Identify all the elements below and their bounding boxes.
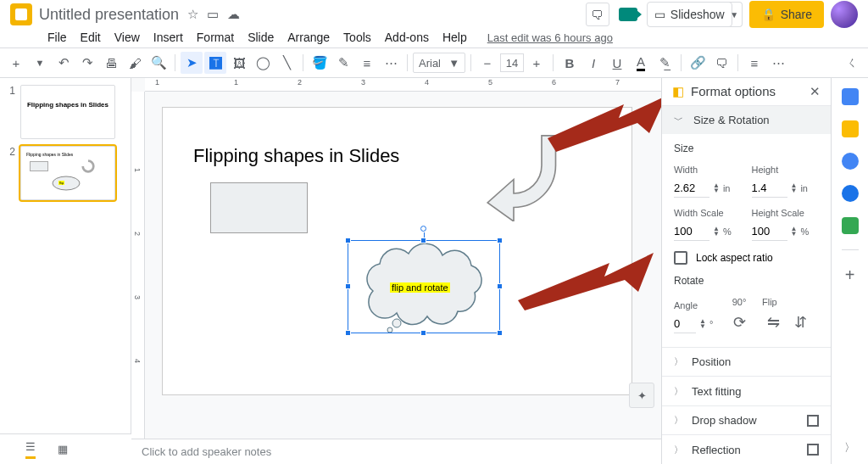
resize-handle[interactable]	[420, 330, 426, 336]
reflection-checkbox[interactable]	[807, 444, 819, 456]
slideshow-button[interactable]: ▭ Slideshow	[647, 2, 732, 27]
position-section[interactable]: 〉 Position	[662, 347, 831, 377]
width-scale-input[interactable]	[674, 222, 709, 241]
highlight-color-button[interactable]: ✎̲	[654, 52, 676, 74]
speaker-notes[interactable]: Click to add speaker notes	[131, 439, 661, 464]
resize-handle[interactable]	[497, 283, 503, 289]
paint-format-button[interactable]: 🖌	[124, 52, 146, 74]
menu-addons[interactable]: Add-ons	[378, 27, 436, 48]
share-button[interactable]: 🔒 Share	[749, 1, 824, 28]
height-scale-input[interactable]	[752, 222, 787, 241]
menu-arrange[interactable]: Arrange	[281, 27, 337, 48]
border-weight-button[interactable]: ≡	[356, 52, 378, 74]
slide-thumb-1[interactable]: Flipping shapes in Slides	[20, 85, 115, 139]
add-addon-button[interactable]: +	[845, 266, 855, 285]
height-stepper[interactable]: ▲▼	[791, 183, 798, 193]
undo-button[interactable]: ↶	[53, 52, 75, 74]
menu-file[interactable]: File	[41, 27, 74, 48]
text-fitting-section[interactable]: 〉 Text fitting	[662, 376, 831, 405]
bold-button[interactable]: B	[559, 52, 581, 74]
lock-aspect-ratio-checkbox[interactable]	[674, 251, 687, 265]
new-slide-button[interactable]: +	[5, 52, 27, 74]
add-comment-button[interactable]: 🗨	[710, 52, 732, 74]
insert-link-button[interactable]: 🔗	[687, 52, 709, 74]
maps-addon-icon[interactable]	[842, 217, 859, 234]
flip-vertical-button[interactable]: ⇵	[789, 311, 811, 333]
doc-name[interactable]: Untitled presentation	[39, 6, 179, 24]
cloud-icon[interactable]: ☁	[227, 7, 240, 22]
contacts-addon-icon[interactable]	[842, 185, 859, 202]
menu-edit[interactable]: Edit	[74, 27, 108, 48]
last-edit-link[interactable]: Last edit was 6 hours ago	[481, 28, 620, 48]
border-dash-button[interactable]: ⋯	[380, 52, 402, 74]
account-avatar[interactable]	[831, 1, 858, 28]
decrease-font-size[interactable]: −	[476, 52, 498, 74]
shape-tool[interactable]: ◯	[252, 52, 274, 74]
resize-handle[interactable]	[345, 238, 351, 243]
line-tool[interactable]: ╲	[275, 52, 298, 74]
slides-logo[interactable]	[10, 3, 32, 25]
slideshow-dropdown[interactable]: ▼	[727, 2, 743, 27]
align-button[interactable]: ≡	[743, 52, 765, 74]
height-input[interactable]	[752, 179, 787, 198]
close-panel-button[interactable]: ✕	[810, 84, 821, 99]
filmstrip-view-icon[interactable]: ☰	[25, 440, 36, 459]
hide-side-panel-button[interactable]: 〉	[844, 440, 855, 456]
more-button[interactable]: ⋯	[767, 52, 789, 74]
menu-view[interactable]: View	[108, 27, 147, 48]
slide-thumb-2[interactable]: Flipping shapes in Slides flip	[20, 146, 115, 200]
textbox-tool[interactable]: 🆃	[204, 52, 226, 74]
drop-shadow-checkbox[interactable]	[807, 415, 819, 427]
menu-insert[interactable]: Insert	[147, 27, 190, 48]
slide-title-text[interactable]: Flipping shapes in Slides	[193, 145, 399, 167]
font-size-input[interactable]: 14	[500, 53, 524, 72]
size-rotation-section[interactable]: ﹀ Size & Rotation	[662, 106, 831, 134]
star-icon[interactable]: ☆	[187, 7, 198, 22]
select-tool[interactable]: ➤	[181, 52, 203, 74]
resize-handle[interactable]	[345, 330, 351, 336]
rotate-90-button[interactable]: ⟳	[728, 311, 750, 333]
width-stepper[interactable]: ▲▼	[713, 183, 720, 193]
explore-button[interactable]: ✦	[629, 383, 654, 408]
width-input[interactable]	[674, 179, 709, 198]
menu-help[interactable]: Help	[436, 27, 474, 48]
resize-handle[interactable]	[497, 238, 503, 243]
drop-shadow-section[interactable]: 〉 Drop shadow	[662, 405, 831, 435]
fill-color-button[interactable]: 🪣	[309, 52, 331, 74]
new-slide-dropdown[interactable]: ▼	[29, 52, 51, 74]
rotate-handle[interactable]	[420, 226, 426, 232]
resize-handle[interactable]	[420, 238, 426, 243]
move-icon[interactable]: ▭	[207, 7, 219, 22]
tasks-addon-icon[interactable]	[842, 153, 859, 170]
menu-format[interactable]: Format	[190, 27, 241, 48]
angle-input[interactable]	[674, 315, 696, 333]
reflection-section[interactable]: 〉 Reflection	[662, 434, 831, 464]
comments-button[interactable]: 🗨	[586, 3, 609, 26]
resize-handle[interactable]	[345, 283, 351, 289]
font-family-select[interactable]: Arial▼	[413, 53, 465, 73]
flip-horizontal-button[interactable]: ⇋	[762, 311, 784, 333]
curved-arrow-shape[interactable]	[476, 128, 570, 221]
slide-canvas[interactable]: Flipping shapes in Slides flip and rotat…	[162, 107, 632, 395]
text-color-button[interactable]: A	[630, 52, 652, 74]
rectangle-shape[interactable]	[210, 182, 308, 233]
increase-font-size[interactable]: +	[526, 52, 548, 74]
keep-addon-icon[interactable]	[842, 120, 859, 137]
menu-slide[interactable]: Slide	[241, 27, 281, 48]
menu-tools[interactable]: Tools	[337, 27, 378, 48]
image-tool[interactable]: 🖼	[228, 52, 250, 74]
calendar-addon-icon[interactable]	[842, 88, 859, 105]
border-color-button[interactable]: ✎	[332, 52, 354, 74]
grid-view-icon[interactable]: ▦	[58, 443, 68, 456]
zoom-button[interactable]: 🔍	[147, 52, 170, 74]
print-button[interactable]: 🖶	[100, 52, 122, 74]
width-scale-stepper[interactable]: ▲▼	[713, 226, 720, 237]
hide-menus-button[interactable]: ㄑ	[841, 52, 863, 74]
resize-handle[interactable]	[497, 330, 503, 336]
underline-button[interactable]: U	[606, 52, 628, 74]
redo-button[interactable]: ↷	[76, 52, 98, 74]
italic-button[interactable]: I	[582, 52, 604, 74]
meet-button[interactable]	[616, 3, 640, 26]
cloud-callout-shape[interactable]: flip and rotate	[348, 240, 500, 333]
height-scale-stepper[interactable]: ▲▼	[791, 226, 798, 237]
